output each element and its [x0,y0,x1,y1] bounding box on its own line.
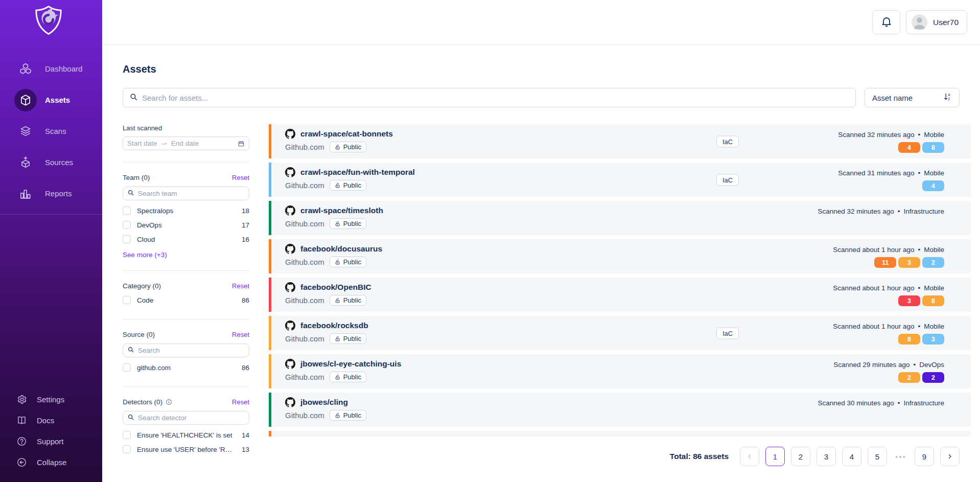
page-button-3[interactable]: 3 [816,447,836,466]
asset-rows: crawl-space/cat-bonnetsGithub.comPublicI… [269,124,971,431]
visibility-badge: Public [330,218,366,229]
source-filter-label: Source (0) [123,331,155,338]
bullet-separator: • [918,323,920,330]
severity-chip: 4 [898,142,920,153]
svg-text:A: A [948,93,950,97]
severity-stripe [269,163,271,197]
visibility-badge: Public [330,257,366,267]
notifications-button[interactable] [872,10,900,34]
severity-chips: 48 [838,142,944,153]
checkbox[interactable] [123,235,131,243]
sidebar-item-assets[interactable]: Assets [0,84,102,116]
page-button-2[interactable]: 2 [791,447,810,466]
option-count: 18 [242,207,249,215]
checkbox[interactable] [123,206,131,215]
prev-page-button[interactable] [740,447,759,466]
asset-source: Github.com [285,334,324,343]
total-assets-label: Total: 86 assets [670,452,729,461]
source-search-input[interactable] [138,347,245,354]
team-name: Mobile [924,284,944,292]
sidebar-item-docs[interactable]: Docs [0,410,102,431]
asset-scan-info: Scanned 32 minutes ago•Infrastructure [818,208,944,219]
visibility-badge: Public [330,372,366,382]
unlock-icon [335,336,341,342]
user-name: User70 [933,18,959,27]
user-menu-button[interactable]: User70 [906,10,967,34]
visibility-label: Public [343,411,361,419]
team-name: Infrastructure [903,399,944,407]
team-reset-link[interactable]: Reset [232,174,249,181]
page-button-9[interactable]: 9 [915,447,934,466]
asset-row-facebook-openbic[interactable]: facebook/OpenBICGithub.comPublicScanned … [269,278,971,312]
option-count: 16 [242,236,249,243]
asset-row-jbowes-cling[interactable]: jbowes/clingGithub.comPublicScanned 30 m… [269,393,971,427]
last-scanned-label: Last scanned [123,124,249,132]
scanned-text: Scanned 32 minutes ago [818,208,894,215]
asset-row-jbowes-cl-eye-catching-uis[interactable]: jbowes/cl-eye-catching-uisGithub.comPubl… [269,354,971,388]
option-label: Code [137,296,236,304]
search-icon [127,189,134,198]
iac-badge: IaC [716,174,739,186]
checkbox[interactable] [123,431,131,439]
team-search-input[interactable] [138,190,245,197]
asset-source: Github.com [285,411,324,420]
severity-chip: 2 [898,372,920,383]
detectors-filter-label: Detectors (0) [123,398,162,406]
severity-chip: 11 [874,257,896,268]
category-reset-link[interactable]: Reset [232,282,249,290]
option-count: 86 [242,364,249,372]
detector-search-input[interactable] [138,414,245,422]
asset-scan-info: Scanned about 1 hour ago•Mobile83 [833,323,944,345]
severity-chip: 8 [922,142,944,153]
asset-row-crawl-space-timesloth[interactable]: crawl-space/timeslothGithub.comPublicSca… [269,201,971,235]
detector-options: Ensure 'HEALTHCHECK' is set14Ensure use … [123,428,249,456]
bullet-separator: • [898,399,900,407]
checkbox[interactable] [123,296,131,304]
sources-icon [14,151,37,174]
sidebar-item-support[interactable]: Support [0,431,102,452]
detector-search-box [123,411,249,425]
date-range-input[interactable]: Start date ⇀ End date [123,136,249,150]
page-button-1[interactable]: 1 [765,447,785,466]
next-page-button[interactable] [940,447,960,466]
app-logo-icon[interactable] [33,4,64,38]
detectors-reset-link[interactable]: Reset [232,398,249,406]
team-search-box [123,187,249,200]
source-reset-link[interactable]: Reset [232,331,249,338]
sidebar-item-collapse[interactable]: Collapse [0,452,102,473]
team-see-more-link[interactable]: See more (+3) [123,251,167,259]
page-button-5[interactable]: 5 [868,447,887,466]
asset-row-crawl-space-fun-with-temporal[interactable]: crawl-space/fun-with-temporalGithub.comP… [269,163,971,197]
category-filter-header: Category (0) Reset [123,282,249,290]
asset-scan-info: Scanned about 1 hour ago•Mobile38 [833,284,944,306]
dashboard-icon [14,58,37,80]
sidebar-item-reports[interactable]: Reports [0,178,102,209]
gear-icon [14,393,29,407]
asset-row-crawl-space-cat-bonnets[interactable]: crawl-space/cat-bonnetsGithub.comPublicI… [269,124,971,158]
checkbox[interactable] [123,221,131,229]
asset-row-facebook-docusaurus[interactable]: facebook/docusaurusGithub.comPublicScann… [269,239,971,273]
sidebar-item-sources[interactable]: Sources [0,147,102,178]
unlock-icon [335,144,341,150]
sort-button[interactable]: Asset name AZ [865,88,960,107]
sidebar-item-settings[interactable]: Settings [0,389,102,410]
asset-name: facebook/OpenBIC [300,283,371,292]
chevron-left-icon [746,453,753,460]
sort-az-icon: AZ [943,93,952,103]
sidebar-item-dashboard[interactable]: Dashboard [0,53,102,84]
asset-row-facebook-rocksdb[interactable]: facebook/rocksdbGithub.comPublicIaCScann… [269,316,971,350]
bullet-separator: • [918,169,920,177]
github-icon [285,320,295,331]
unlock-icon [335,297,341,304]
github-icon [285,167,295,177]
app-root: DashboardAssetsScansSourcesReports Setti… [0,0,980,482]
checkbox[interactable] [123,363,131,372]
checkbox[interactable] [123,445,131,453]
visibility-label: Public [343,143,361,151]
asset-source: Github.com [285,181,324,190]
sidebar-item-scans[interactable]: Scans [0,116,102,147]
asset-search-input[interactable] [142,94,849,102]
option-count: 13 [242,446,249,453]
page-button-4[interactable]: 4 [842,447,861,466]
scanned-text: Scanned 31 minutes ago [838,169,914,177]
